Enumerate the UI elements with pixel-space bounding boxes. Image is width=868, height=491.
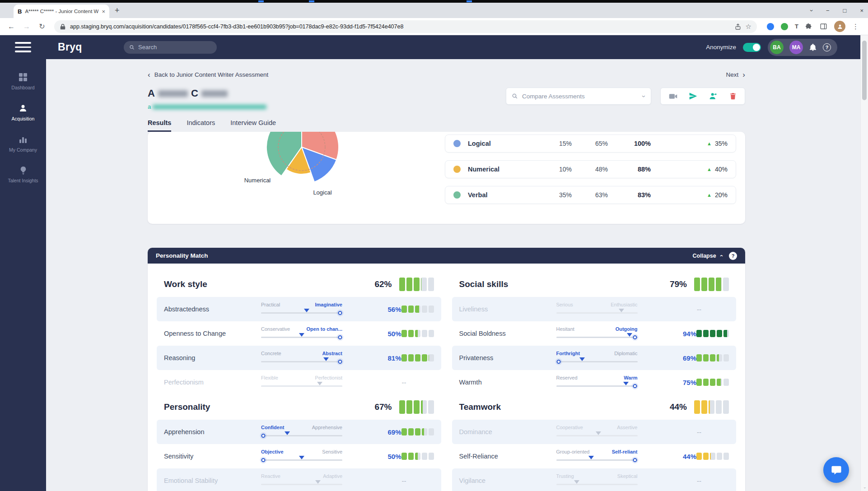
page-content: ‹ Back to Junior Content Writer Assessme… — [46, 59, 868, 491]
send-assessment-button[interactable] — [689, 92, 698, 101]
slider-track — [261, 385, 342, 387]
browser-profile-avatar[interactable] — [834, 21, 845, 32]
browser-reload-icon[interactable]: ↻ — [35, 22, 49, 31]
delta-up-icon: ▲ — [707, 141, 712, 146]
sidebar-item-label: Dashboard — [11, 85, 34, 90]
page-scrollbar[interactable]: › — [860, 35, 868, 491]
score-row: Numerical 10% 48% 88% ▲ 40% — [445, 160, 736, 178]
trait-row: Dominance Cooperative Assertive -- — [452, 420, 737, 444]
personality-help-icon[interactable]: ? — [729, 252, 737, 260]
os-indicator — [309, 0, 314, 2]
extensions-puzzle-icon[interactable] — [805, 23, 813, 30]
person-icon — [19, 104, 28, 113]
delete-candidate-button[interactable] — [729, 92, 737, 100]
browser-forward-icon[interactable]: → — [20, 23, 33, 31]
match-bar-segment — [421, 400, 427, 414]
match-bar-segment — [428, 400, 434, 414]
score-value-3: 100% — [608, 140, 651, 147]
score-value-3: 88% — [608, 166, 651, 173]
scrollbar-thumb[interactable] — [862, 41, 867, 100]
chevron-up-icon: › — [717, 255, 724, 256]
browser-tab[interactable]: B A***** C***** - Junior Content W × — [14, 5, 109, 18]
match-bar-segment — [696, 354, 702, 361]
browser-toolbar: ← → ↻ app.staging.bryq.com/acquisition/c… — [0, 18, 868, 35]
score-color-dot — [453, 166, 461, 173]
score-value-2: 65% — [572, 140, 608, 147]
trait-bars — [696, 354, 729, 361]
sidebar-item-my-company[interactable]: My Company — [0, 135, 46, 153]
trait-row: Openness to Change Conservative Open to … — [157, 321, 441, 346]
back-breadcrumb[interactable]: ‹ Back to Junior Content Writer Assessme… — [148, 71, 268, 79]
match-bar-segment — [429, 330, 434, 337]
trait-row: Abstractedness Practical Imaginative 56% — [157, 297, 441, 321]
candidate-marker — [623, 382, 629, 385]
collapse-button[interactable]: Collapse › — [693, 252, 722, 259]
compare-assessments-dropdown[interactable]: Compare Assessments › — [506, 88, 651, 105]
window-maximize-icon[interactable]: □ — [843, 7, 847, 14]
slider-track — [261, 435, 342, 436]
app-header: Bryq Anonymize BA MA ? — [46, 35, 868, 59]
tab-search-icon[interactable]: › — [808, 9, 815, 11]
sidebar-item-talent-insights[interactable]: Talent Insights — [0, 166, 46, 183]
match-bar-segment — [696, 330, 702, 337]
match-bar-segment — [703, 379, 709, 386]
tab-results[interactable]: Results — [148, 119, 171, 132]
intercom-chat-launcher[interactable] — [823, 457, 849, 483]
trait-bars — [401, 354, 434, 361]
brand-logo[interactable]: Bryq — [58, 41, 82, 53]
extension-icon-blue[interactable] — [767, 23, 774, 30]
trait-value: 94% — [669, 330, 696, 338]
new-tab-button[interactable]: + — [115, 6, 120, 15]
avatar[interactable]: BA — [770, 41, 784, 54]
slider-track — [261, 337, 342, 338]
match-bar-segment — [401, 330, 407, 337]
anonymize-toggle[interactable] — [743, 43, 761, 52]
share-icon[interactable] — [734, 23, 742, 30]
slider-track — [556, 312, 638, 314]
bookmark-star-icon[interactable]: ☆ — [746, 23, 751, 31]
window-close-icon[interactable]: × — [860, 7, 863, 14]
trait-name: Dominance — [459, 428, 556, 435]
hamburger-menu-icon[interactable] — [0, 35, 46, 59]
tab-indicators[interactable]: Indicators — [187, 119, 215, 132]
address-bar[interactable]: app.staging.bryq.com/acquisition/candida… — [54, 20, 757, 33]
reassign-candidate-button[interactable] — [709, 92, 718, 101]
sidebar-item-label: Acquisition — [12, 116, 35, 121]
trait-row: Apprehension Confident Apprehensive 69% — [157, 420, 441, 444]
tab-close-icon[interactable]: × — [102, 9, 105, 14]
trait-left-label: Hesitant — [556, 326, 574, 332]
score-value-1: 15% — [536, 140, 572, 147]
next-candidate-button[interactable]: Next › — [726, 71, 745, 79]
notifications-bell-icon[interactable] — [809, 43, 817, 51]
trait-left-label: Concrete — [261, 351, 281, 356]
trait-right-label: Skeptical — [617, 473, 638, 479]
score-delta-value: 40% — [715, 166, 728, 173]
match-bar-segment — [709, 400, 714, 414]
global-search[interactable] — [124, 41, 217, 54]
trait-name: Openness to Change — [164, 330, 261, 337]
sidebar-item-dashboard[interactable]: Dashboard — [0, 73, 46, 90]
side-panel-icon[interactable] — [820, 23, 827, 30]
sidebar-item-acquisition[interactable]: Acquisition — [0, 104, 46, 121]
search-input[interactable] — [138, 44, 211, 51]
browser-back-icon[interactable]: ← — [5, 23, 18, 31]
match-bar-segment — [710, 453, 715, 460]
trait-row: Social Boldness Hesitant Outgoing 94% — [452, 321, 737, 346]
trash-icon — [729, 92, 737, 100]
score-row: Verbal 35% 63% 83% ▲ 20% — [445, 186, 736, 204]
avatar[interactable]: MA — [789, 41, 803, 54]
target-marker — [261, 434, 266, 438]
target-marker — [338, 311, 342, 315]
candidate-email[interactable]: a — [148, 103, 266, 110]
extension-icon-t[interactable]: T — [795, 23, 798, 30]
extension-icon-green[interactable] — [781, 23, 788, 30]
browser-menu-icon[interactable]: ⋮ — [852, 23, 859, 31]
window-minimize-icon[interactable]: − — [826, 7, 830, 14]
trait-left-label: Objective — [261, 449, 284, 454]
help-icon[interactable]: ? — [823, 43, 831, 51]
tab-interview-guide[interactable]: Interview Guide — [230, 119, 276, 132]
match-bar-segment — [723, 278, 729, 291]
video-interview-button[interactable] — [668, 92, 678, 101]
trait-row: Privateness Forthright Diplomatic 69% — [452, 346, 737, 370]
scroll-down-icon[interactable]: › — [863, 484, 867, 491]
